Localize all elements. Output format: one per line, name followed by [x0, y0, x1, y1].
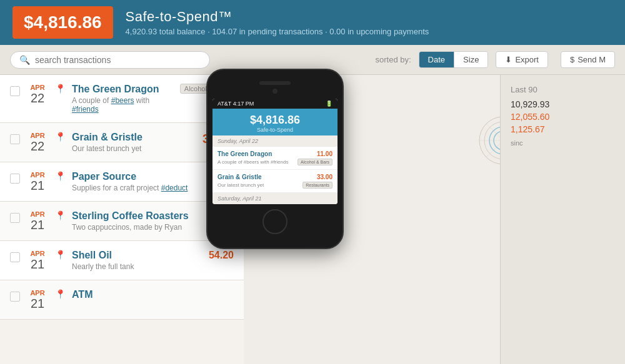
safe-to-spend-title: Safe-to-Spend™	[126, 9, 429, 25]
transaction-info: Grain & Gristle Our latest brunch yet	[72, 132, 196, 153]
transaction-desc: Two cappuccinos, made by Ryan	[72, 223, 208, 232]
location-pin-icon: 📍	[55, 171, 66, 181]
transaction-name: Paper Source	[72, 171, 202, 182]
transaction-info: Shell Oil Nearly the full tank	[72, 250, 202, 271]
sort-buttons: Date Size	[419, 51, 489, 68]
right-panel-since: sinc	[511, 139, 615, 147]
export-icon: ⬇	[505, 55, 512, 64]
safe-to-spend-subtitle: 4,920.93 total balance · 104.07 in pendi…	[126, 27, 429, 36]
checkbox-4[interactable]	[10, 213, 20, 223]
phone-home-button[interactable]	[262, 209, 288, 234]
safe-to-spend-amount: $4,816.86	[12, 6, 113, 39]
right-panel-value2: 12,055.60	[511, 112, 615, 122]
transaction-name: ATM	[72, 289, 234, 300]
phone-trans2-amount: 33.00	[317, 174, 332, 180]
phone-safe-amount: $4,816.86	[215, 114, 335, 127]
transaction-info: Sterling Coffee Roasters Two cappuccinos…	[72, 210, 208, 232]
transaction-info: The Green Dragon A couple of #beers with…	[72, 84, 174, 114]
phone-battery: 🔋	[326, 101, 332, 107]
transaction-name: Sterling Coffee Roasters	[72, 210, 208, 222]
phone-trans1-amount: 11.00	[317, 150, 332, 157]
phone-safe-label: Safe-to-Spend	[215, 127, 335, 133]
phone-safe-header: $4,816.86 Safe-to-Spend	[212, 109, 338, 135]
export-label: Export	[515, 55, 539, 64]
transaction-desc: A couple of #beers with #friends	[72, 96, 174, 114]
phone-transaction-2: Grain & Gristle 33.00 Our latest brunch …	[212, 170, 338, 193]
search-icon: 🔍	[19, 55, 30, 65]
phone-mockup: AT&T 4:17 PM 🔋 $4,816.86 Safe-to-Spend S…	[206, 69, 344, 249]
sort-date-button[interactable]: Date	[419, 52, 454, 67]
checkbox-1[interactable]	[10, 86, 20, 96]
transaction-name: The Green Dragon	[72, 84, 174, 95]
export-button[interactable]: ⬇ Export	[496, 51, 548, 68]
transaction-right: 54.20	[209, 250, 234, 261]
table-row[interactable]: APR 21 📍 ATM	[0, 280, 244, 320]
search-input[interactable]	[35, 55, 201, 65]
checkbox-2[interactable]	[10, 134, 20, 144]
checkbox-5[interactable]	[10, 252, 20, 262]
send-button[interactable]: $ Send M	[561, 51, 615, 68]
phone-trans1-cat: Alcohol & Bars	[298, 159, 332, 165]
sort-size-button[interactable]: Size	[454, 52, 488, 67]
location-pin-icon: 📍	[55, 132, 66, 142]
transaction-info: Paper Source Supplies for a craft projec…	[72, 171, 202, 192]
phone-speaker	[259, 81, 291, 85]
date-col: APR 22	[26, 132, 49, 153]
date-col: APR 21	[26, 289, 49, 310]
right-panel: Last 90 10,929.93 12,055.60 1,125.67 sin…	[500, 75, 625, 364]
phone-mockup-area: AT&T 4:17 PM 🔋 $4,816.86 Safe-to-Spend S…	[206, 69, 344, 249]
send-label: Send M	[578, 55, 606, 64]
search-container[interactable]: 🔍	[10, 51, 210, 69]
phone-date1: Sunday, April 22	[212, 135, 338, 147]
phone-camera	[272, 89, 278, 94]
phone-trans2-name: Grain & Gristle	[218, 174, 262, 180]
transaction-name: Grain & Gristle	[72, 132, 196, 143]
location-pin-icon: 📍	[55, 84, 66, 94]
location-pin-icon: 📍	[55, 289, 66, 299]
transaction-name: Shell Oil	[72, 250, 202, 261]
phone-transaction-1: The Green Dragon 11.00 A couple of #beer…	[212, 147, 338, 170]
right-panel-value3: 1,125.67	[511, 124, 615, 134]
location-pin-icon: 📍	[55, 250, 66, 260]
phone-trans1-name: The Green Dragon	[218, 150, 272, 157]
transaction-amount: 54.20	[209, 250, 234, 261]
header-text: Safe-to-Spend™ 4,920.93 total balance · …	[126, 9, 429, 36]
main-content: APR 22 📍 The Green Dragon A couple of #b…	[0, 75, 625, 364]
phone-status-bar: AT&T 4:17 PM 🔋	[212, 99, 338, 109]
sorted-by-label: sorted by:	[376, 55, 411, 64]
date-col: APR 21	[26, 171, 49, 192]
phone-date2: Saturday, April 21	[212, 193, 338, 204]
location-pin-icon: 📍	[55, 210, 66, 220]
phone-trans2-desc: Our latest brunch yet	[218, 182, 264, 188]
phone-trans2-cat: Restaurants	[302, 182, 332, 189]
transaction-desc: Nearly the full tank	[72, 262, 202, 271]
phone-screen: AT&T 4:17 PM 🔋 $4,816.86 Safe-to-Spend S…	[212, 99, 338, 204]
right-panel-title: Last 90	[511, 85, 615, 94]
header: $4,816.86 Safe-to-Spend™ 4,920.93 total …	[0, 0, 625, 45]
phone-trans1-desc: A couple of #beers with #friends	[218, 159, 288, 165]
checkbox-6[interactable]	[10, 292, 20, 302]
phone-carrier: AT&T 4:17 PM	[218, 101, 254, 107]
transaction-desc: Supplies for a craft project #deduct	[72, 184, 202, 192]
date-col: APR 21	[26, 210, 49, 232]
send-icon: $	[570, 55, 574, 64]
date-col: APR 22	[26, 84, 49, 105]
checkbox-3[interactable]	[10, 174, 20, 184]
right-panel-value1: 10,929.93	[511, 99, 615, 109]
transaction-desc: Our latest brunch yet	[72, 144, 196, 153]
transaction-info: ATM	[72, 289, 234, 302]
date-col: APR 21	[26, 250, 49, 271]
